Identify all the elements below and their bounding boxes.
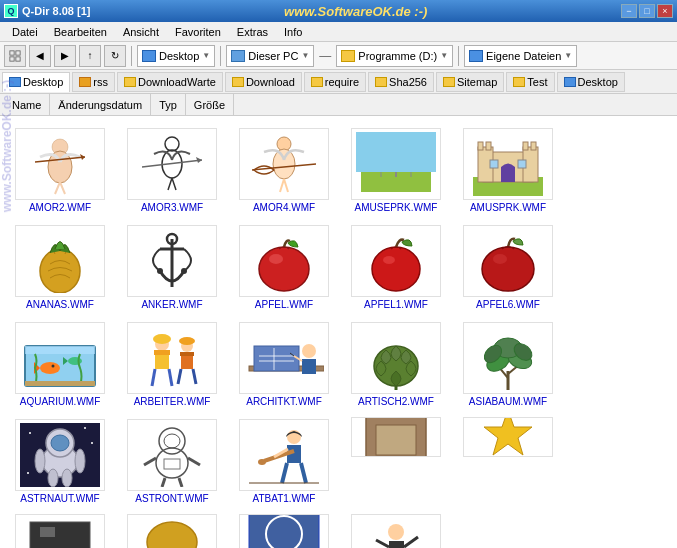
svg-rect-35 <box>523 142 528 150</box>
file-thumbnail <box>239 514 329 548</box>
toolbar-path-pc[interactable]: Dieser PC ▼ <box>226 45 314 67</box>
file-item[interactable]: ANANAS.WMF <box>5 218 115 313</box>
bookmark-label: Download <box>246 76 295 88</box>
minimize-button[interactable]: − <box>621 4 637 18</box>
svg-line-19 <box>284 179 288 192</box>
svg-point-100 <box>62 469 72 487</box>
maximize-button[interactable]: □ <box>639 4 655 18</box>
col-header-name[interactable]: Name <box>4 94 50 115</box>
bookmark-label: Desktop <box>23 76 63 88</box>
svg-line-66 <box>169 369 172 386</box>
folder-icon <box>231 50 245 62</box>
file-name: APFEL.WMF <box>255 299 313 310</box>
file-item[interactable]: ASTRONT.WMF <box>117 412 227 507</box>
svg-point-48 <box>259 247 309 291</box>
svg-point-58 <box>52 365 55 368</box>
toolbar-up-btn[interactable]: ↑ <box>79 45 101 67</box>
svg-point-103 <box>91 442 93 444</box>
toolbar-path-desktop[interactable]: Desktop ▼ <box>137 45 215 67</box>
svg-point-49 <box>269 254 283 264</box>
bookmark-rss[interactable]: rss <box>72 72 115 92</box>
menu-datei[interactable]: Datei <box>4 24 46 40</box>
svg-rect-3 <box>16 56 20 60</box>
folder-icon <box>232 77 244 87</box>
file-item[interactable]: AMOR2.WMF <box>5 121 115 216</box>
file-thumbnail <box>239 225 329 297</box>
file-item[interactable]: APFEL6.WMF <box>453 218 563 313</box>
file-item[interactable]: ARBEITER.WMF <box>117 315 227 410</box>
file-item[interactable]: ASTRNAUT.WMF <box>5 412 115 507</box>
file-name: APFEL6.WMF <box>476 299 540 310</box>
file-thumbnail <box>127 322 217 394</box>
file-item[interactable]: ARTISCH2.WMF <box>341 315 451 410</box>
app-icon: Q <box>4 4 18 18</box>
file-item[interactable]: AMUSPRK.WMF <box>453 121 563 216</box>
bookmark-require[interactable]: require <box>304 72 366 92</box>
menu-favoriten[interactable]: Favoriten <box>167 24 229 40</box>
file-name: ASTRNAUT.WMF <box>20 493 99 504</box>
col-header-size[interactable]: Größe <box>186 94 234 115</box>
bookmark-sha256[interactable]: Sha256 <box>368 72 434 92</box>
folder-icon <box>311 77 323 87</box>
toolbar-path-drive[interactable]: Programme (D:) ▼ <box>336 45 453 67</box>
bookmark-sitemap[interactable]: Sitemap <box>436 72 504 92</box>
file-item[interactable] <box>117 509 227 548</box>
file-thumbnail <box>15 128 105 200</box>
svg-point-99 <box>48 469 58 487</box>
svg-line-111 <box>179 478 182 487</box>
bookmark-desktop2[interactable]: Desktop <box>557 72 625 92</box>
bookmark-label: Test <box>527 76 547 88</box>
svg-rect-0 <box>10 50 14 54</box>
svg-line-132 <box>404 537 418 547</box>
col-header-date[interactable]: Änderungsdatum <box>50 94 151 115</box>
file-item[interactable]: AQUARIUM.WMF <box>5 315 115 410</box>
file-name: AMOR4.WMF <box>253 202 315 213</box>
col-header-type[interactable]: Typ <box>151 94 186 115</box>
file-item[interactable] <box>5 509 115 548</box>
toolbar-forward-btn[interactable]: ▶ <box>54 45 76 67</box>
menu-bearbeiten[interactable]: Bearbeiten <box>46 24 115 40</box>
file-item[interactable] <box>341 412 451 462</box>
file-item[interactable]: ASIABAUM.WMF <box>453 315 563 410</box>
file-item[interactable] <box>341 509 451 548</box>
folder-icon <box>375 77 387 87</box>
file-item[interactable]: ANKER.WMF <box>117 218 227 313</box>
file-thumbnail <box>127 514 217 548</box>
svg-point-107 <box>156 448 188 478</box>
toolbar-refresh-btn[interactable]: ↻ <box>104 45 126 67</box>
toolbar-path-docs[interactable]: Eigene Dateien ▼ <box>464 45 577 67</box>
file-item[interactable]: AMOR4.WMF <box>229 121 339 216</box>
file-item[interactable]: ARCHITKT.WMF <box>229 315 339 410</box>
file-item[interactable] <box>229 509 339 548</box>
file-thumbnail <box>351 514 441 548</box>
dropdown-arrow: ▼ <box>202 51 210 60</box>
bookmark-download[interactable]: Download <box>225 72 302 92</box>
bookmark-downloadwarte[interactable]: DownloadWarte <box>117 72 223 92</box>
file-item[interactable]: APFEL1.WMF <box>341 218 451 313</box>
menu-ansicht[interactable]: Ansicht <box>115 24 167 40</box>
bookmarkbar: Desktop rss DownloadWarte Download requi… <box>0 70 677 94</box>
svg-rect-2 <box>10 56 14 60</box>
path-drive-label: Programme (D:) <box>358 50 437 62</box>
bookmark-label: Desktop <box>578 76 618 88</box>
close-button[interactable]: × <box>657 4 673 18</box>
svg-rect-28 <box>356 132 436 172</box>
bookmark-test[interactable]: Test <box>506 72 554 92</box>
svg-rect-1 <box>16 50 20 54</box>
file-item[interactable]: AMUSEPRK.WMF <box>341 121 451 216</box>
file-item[interactable] <box>453 412 563 462</box>
folder-icon <box>79 77 91 87</box>
file-item[interactable]: AMOR3.WMF <box>117 121 227 216</box>
file-item[interactable]: APFEL.WMF <box>229 218 339 313</box>
svg-line-65 <box>152 369 155 386</box>
svg-line-110 <box>162 478 165 487</box>
svg-rect-37 <box>490 160 498 168</box>
menu-extras[interactable]: Extras <box>229 24 276 40</box>
bookmark-desktop[interactable]: Desktop <box>2 72 70 92</box>
svg-point-116 <box>258 459 266 465</box>
file-item[interactable]: ATBAT1.WMF <box>229 412 339 507</box>
toolbar-view-btn[interactable] <box>4 45 26 67</box>
toolbar-back-btn[interactable]: ◀ <box>29 45 51 67</box>
menu-info[interactable]: Info <box>276 24 310 40</box>
svg-point-97 <box>35 449 45 473</box>
